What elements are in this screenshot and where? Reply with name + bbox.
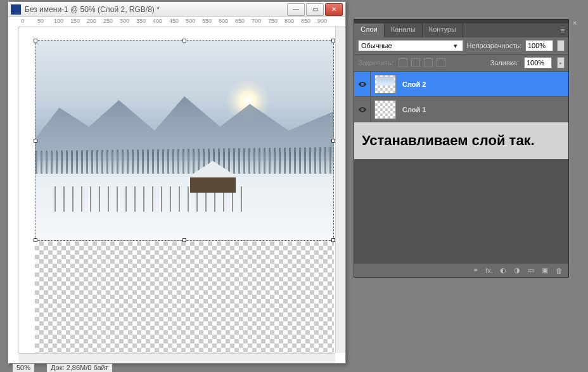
blend-mode-value: Обычные [361,42,392,49]
opacity-label: Непрозрачность: [467,42,521,49]
fill-input[interactable]: 100% [524,57,552,68]
maximize-button[interactable]: ▭ [306,3,324,16]
opacity-stepper[interactable]: ▸ [557,40,565,51]
scrollbar-vertical[interactable] [335,27,345,353]
chevron-down-icon: ▾ [451,42,460,50]
tab-layers[interactable]: Слои [354,23,385,37]
scrollbar-horizontal[interactable] [18,353,335,363]
fill-stepper[interactable]: ▸ [557,57,565,68]
transparency-checker [35,241,334,353]
panel-tabs: Слои Каналы Контуры ≡ [354,23,568,37]
lock-pixels-icon[interactable] [411,58,420,67]
titlebar: Без имени-1 @ 50% (Слой 2, RGB/8) * — ▭ … [8,2,345,17]
lock-fill-row: Закрепить: Заливка: 100% ▸ [354,55,568,72]
ruler-mark: 700 [252,18,261,24]
ruler-mark: 0 [21,18,24,24]
visibility-toggle[interactable] [354,72,371,96]
lock-transparency-icon[interactable] [399,58,407,67]
ruler-mark: 800 [284,18,294,24]
panel-menu-icon[interactable]: ≡ [557,23,568,37]
transform-handle-left-center[interactable] [34,139,37,143]
window-title: Без имени-1 @ 50% (Слой 2, RGB/8) * [25,5,286,14]
app-icon [11,4,21,15]
ruler-mark: 50 [37,18,44,24]
image-transform-bounds[interactable] [35,40,334,241]
statusbar: 50% Док: 2,86M/0 байт [8,364,117,372]
opacity-value: 100% [528,42,546,49]
ruler-mark: 100 [54,18,63,24]
transform-handle-top-center[interactable] [182,39,186,42]
ruler-vertical[interactable] [8,27,18,353]
fill-value: 100% [527,59,544,67]
layer-name[interactable]: Слой 2 [400,80,426,88]
fx-icon[interactable]: fx. [485,266,494,275]
document-window: Без имени-1 @ 50% (Слой 2, RGB/8) * — ▭ … [8,1,346,364]
ruler-mark: 750 [268,18,278,24]
visibility-toggle[interactable] [354,97,371,122]
link-layers-icon[interactable]: ⚭ [471,266,480,275]
ruler-mark: 600 [219,18,228,24]
group-icon[interactable]: ▭ [527,266,535,275]
close-button[interactable]: ✕ [325,3,343,16]
ruler-mark: 150 [70,18,80,24]
lock-label: Закрепить: [358,59,393,67]
layer-row[interactable]: Слой 1 [354,97,568,122]
lock-position-icon[interactable] [424,58,433,67]
layers-panel: Слои Каналы Контуры ≡ Обычные ▾ Непрозра… [354,19,569,278]
tab-paths[interactable]: Контуры [423,23,463,37]
close-panel-icon[interactable]: × [573,19,582,28]
canvas-area[interactable] [18,27,335,353]
fill-label: Заливка: [490,59,519,67]
layer-name[interactable]: Слой 1 [400,106,426,113]
blend-opacity-row: Обычные ▾ Непрозрачность: 100% ▸ [354,37,568,55]
window-controls: — ▭ ✕ [286,3,343,16]
ruler-mark: 300 [120,18,129,24]
transform-handle-top-left[interactable] [34,39,37,42]
ruler-mark: 350 [136,18,146,24]
adjustment-layer-icon[interactable]: ◑ [513,266,521,275]
zoom-value[interactable]: 50% [13,364,34,372]
layer-thumbnail[interactable] [374,100,396,119]
ruler-mark: 400 [153,18,162,24]
minimize-button[interactable]: — [287,3,305,16]
layer-mask-icon[interactable]: ◐ [499,266,508,275]
ruler-mark: 850 [301,18,310,24]
panel-footer: ⚭ fx. ◐ ◑ ▭ ▣ 🗑 [354,263,568,277]
trash-icon[interactable]: 🗑 [554,266,563,275]
layers-list: Слой 2 Слой 1 [354,72,568,122]
opacity-input[interactable]: 100% [525,40,553,51]
blend-mode-select[interactable]: Обычные ▾ [358,40,463,51]
transform-handle-bottom-center[interactable] [182,238,186,242]
lock-all-icon[interactable] [437,58,445,67]
transform-handle-bottom-left[interactable] [34,238,37,242]
lock-icons [399,58,445,67]
tab-channels[interactable]: Каналы [385,23,423,37]
ruler-mark: 500 [186,18,195,24]
ruler-mark: 450 [169,18,179,24]
ruler-mark: 250 [103,18,113,24]
layer-row[interactable]: Слой 2 [354,72,568,97]
layer-thumbnail[interactable] [374,75,396,94]
new-layer-icon[interactable]: ▣ [540,266,549,275]
ruler-horizontal[interactable]: 0 50 100 150 200 250 300 350 400 450 500… [18,17,345,27]
annotation-text: Устанавливаем слой так. [354,122,568,159]
eye-icon [358,105,367,114]
image-content [181,161,245,193]
ruler-mark: 650 [235,18,245,24]
ruler-mark: 550 [202,18,212,24]
ruler-mark: 200 [87,18,96,24]
ruler-mark: 900 [317,18,327,24]
eye-icon [358,80,367,89]
document-info[interactable]: Док: 2,86M/0 байт [47,364,112,372]
